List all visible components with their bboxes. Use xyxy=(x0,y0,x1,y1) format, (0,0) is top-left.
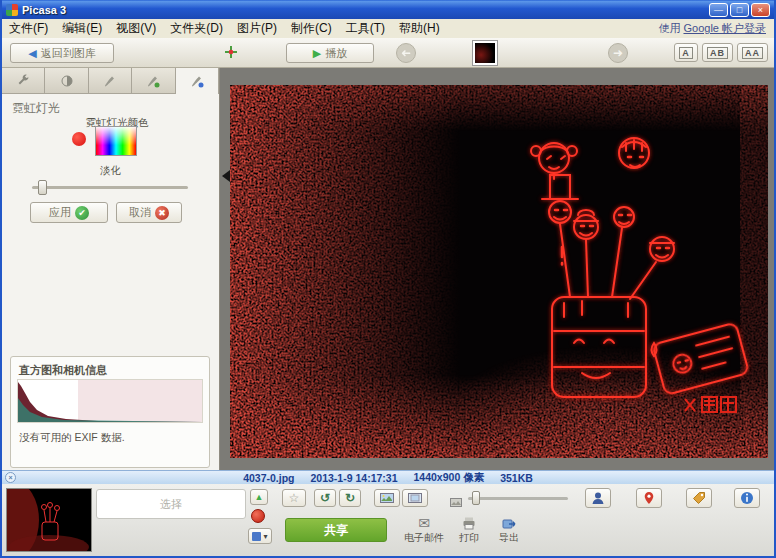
edit-panel: 霓虹灯光 霓虹灯光颜色 淡化 应用 ✔ 取消 ✖ 直方图和相机信息 没有可用的 … xyxy=(2,68,220,470)
menu-item-create[interactable]: 制作(C) xyxy=(284,18,339,39)
histogram-chart xyxy=(17,379,203,423)
album-icon xyxy=(252,532,261,541)
edit-tab-strip xyxy=(2,68,219,94)
photo-canvas xyxy=(230,85,768,458)
back-button-label: 返回到图库 xyxy=(41,46,96,61)
main-toolbar: ◀ 返回到图库 ▶ 播放 ➜ ➜ A AB AA xyxy=(2,38,774,68)
status-dimensions: 1440x900 像素 xyxy=(414,471,485,485)
view-double-label: AA xyxy=(742,47,763,59)
export-button[interactable]: 导出 xyxy=(489,515,529,545)
back-to-library-button[interactable]: ◀ 返回到图库 xyxy=(10,43,114,63)
minimize-button[interactable]: — xyxy=(709,3,728,17)
tag-icon xyxy=(692,491,706,505)
rotate-cw-button[interactable]: ↻ xyxy=(339,489,361,507)
view-double-button[interactable]: AA xyxy=(737,43,768,62)
cancel-button[interactable]: 取消 ✖ xyxy=(116,202,182,223)
apply-check-icon: ✔ xyxy=(75,206,89,220)
fade-slider-thumb[interactable] xyxy=(38,180,47,195)
menu-item-file[interactable]: 文件(F) xyxy=(2,18,55,39)
maximize-button[interactable]: □ xyxy=(730,3,749,17)
status-filename: 4037-0.jpg xyxy=(243,472,294,484)
color-picker-gradient[interactable] xyxy=(95,126,137,156)
tab-effects-3[interactable] xyxy=(176,68,219,94)
people-button[interactable] xyxy=(585,488,611,508)
picasa-logo-icon xyxy=(6,4,18,16)
email-label: 电子邮件 xyxy=(398,531,450,545)
picasa-window: Picasa 3 — □ × 文件(F) 编辑(E) 视图(V) 文件夹(D) … xyxy=(0,0,776,558)
zoom-slider-track[interactable] xyxy=(468,497,568,500)
titlebar: Picasa 3 — □ × xyxy=(2,0,774,19)
menu-bar: 文件(F) 编辑(E) 视图(V) 文件夹(D) 图片(P) 制作(C) 工具(… xyxy=(2,19,774,38)
info-button[interactable] xyxy=(734,488,760,508)
status-datetime: 2013-1-9 14:17:31 xyxy=(311,472,398,484)
filmstrip-thumbnail[interactable] xyxy=(472,40,498,66)
view-side-by-side-label: AB xyxy=(707,47,728,59)
caption-field[interactable]: 选择 xyxy=(96,489,246,519)
filmstrip-thumbnail-image xyxy=(475,43,495,63)
info-icon xyxy=(740,491,754,505)
selected-photo-thumbnail[interactable] xyxy=(6,488,92,552)
view-single-button[interactable]: A xyxy=(674,43,698,62)
google-login-link[interactable]: 使用 Google 帐户登录 xyxy=(658,21,774,36)
brush-green-icon xyxy=(146,74,160,88)
print-button[interactable]: 打印 xyxy=(449,515,489,545)
upload-button[interactable]: ▲ xyxy=(250,489,268,505)
envelope-icon: ✉ xyxy=(398,515,450,531)
upload-arrow-icon: ▲ xyxy=(255,492,264,502)
brush-blue-icon xyxy=(190,74,204,88)
zoom-photo-icon xyxy=(450,493,462,511)
star-button[interactable]: ☆ xyxy=(282,489,306,507)
export-label: 导出 xyxy=(489,531,529,545)
effect-title: 霓虹灯光 xyxy=(12,100,60,117)
hold-button[interactable] xyxy=(251,509,265,523)
menu-item-help[interactable]: 帮助(H) xyxy=(392,18,447,39)
play-icon: ▶ xyxy=(313,47,321,60)
menu-item-folder[interactable]: 文件夹(D) xyxy=(163,18,230,39)
fade-label: 淡化 xyxy=(2,164,219,178)
dropdown-caret-icon: ▾ xyxy=(263,532,267,541)
login-prefix: 使用 xyxy=(658,22,680,34)
collapse-tray-icon[interactable]: × xyxy=(5,472,16,483)
map-pin-icon xyxy=(642,491,656,505)
menu-item-edit[interactable]: 编辑(E) xyxy=(55,18,109,39)
menu-item-tools[interactable]: 工具(T) xyxy=(339,18,392,39)
photo-view-area xyxy=(220,68,774,470)
printer-icon xyxy=(449,515,489,531)
status-filesize: 351KB xyxy=(500,472,533,484)
compare-view-group: A AB AA xyxy=(674,43,768,62)
star-icon: ☆ xyxy=(289,491,300,505)
actual-size-button[interactable] xyxy=(402,489,428,507)
back-arrow-icon: ◀ xyxy=(28,47,36,60)
play-button-label: 播放 xyxy=(325,46,347,61)
tab-effects-1[interactable] xyxy=(89,68,132,94)
current-color-swatch[interactable] xyxy=(72,132,86,146)
next-photo-button[interactable]: ➜ xyxy=(608,43,628,63)
apply-button[interactable]: 应用 ✔ xyxy=(30,202,108,223)
fit-view-button[interactable] xyxy=(374,489,400,507)
play-slideshow-button[interactable]: ▶ 播放 xyxy=(286,43,374,63)
cancel-x-icon: ✖ xyxy=(155,206,169,220)
email-button[interactable]: ✉ 电子邮件 xyxy=(398,515,450,545)
tab-tuning[interactable] xyxy=(45,68,88,94)
previous-photo-button[interactable]: ➜ xyxy=(396,43,416,63)
prev-photo-arrow-icon[interactable] xyxy=(222,170,230,182)
close-button[interactable]: × xyxy=(751,3,770,17)
view-side-by-side-button[interactable]: AB xyxy=(702,43,733,62)
tab-effects-2[interactable] xyxy=(132,68,175,94)
effects-sparkle-icon xyxy=(224,45,238,63)
fade-slider-track[interactable] xyxy=(32,186,188,189)
tab-basic-fixes[interactable] xyxy=(2,68,45,94)
contrast-icon xyxy=(60,74,74,88)
login-link-text: Google 帐户登录 xyxy=(683,22,766,34)
share-button[interactable]: 共享 xyxy=(285,518,387,542)
rotate-ccw-button[interactable]: ↺ xyxy=(314,489,336,507)
brush-icon xyxy=(103,74,117,88)
places-button[interactable] xyxy=(636,488,662,508)
wrench-icon xyxy=(16,74,30,88)
person-icon xyxy=(591,491,605,505)
menu-item-view[interactable]: 视图(V) xyxy=(109,18,163,39)
tags-button[interactable] xyxy=(686,488,712,508)
tray-dropdown-button[interactable]: ▾ xyxy=(248,528,272,544)
zoom-slider-thumb[interactable] xyxy=(472,491,480,505)
menu-item-picture[interactable]: 图片(P) xyxy=(230,18,284,39)
